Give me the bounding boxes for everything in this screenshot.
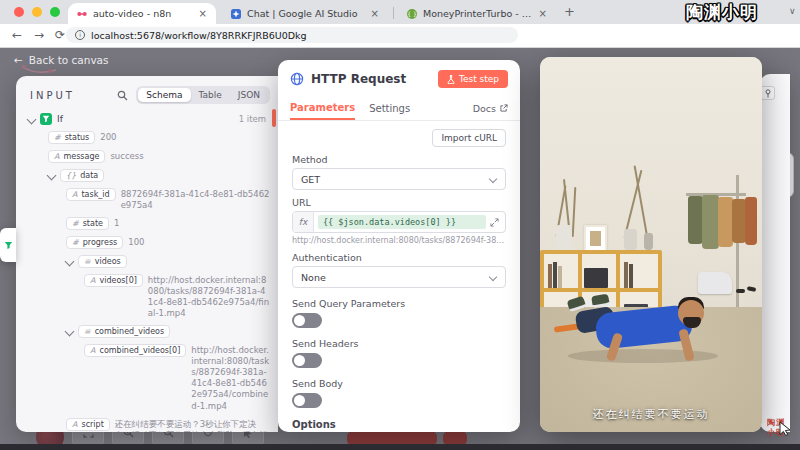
close-tab-icon[interactable]: ×	[199, 8, 207, 19]
tree-row[interactable]: #state 1	[66, 217, 270, 230]
tab-table[interactable]: Table	[191, 88, 230, 102]
tab-search-chevron-icon[interactable]: ∨	[789, 6, 796, 16]
new-tab-button[interactable]: +	[564, 4, 575, 19]
tab-moneyprinter[interactable]: { } MoneyPrinterTurbo - Swagg ×	[398, 3, 556, 24]
flask-icon	[447, 75, 455, 84]
back-to-canvas-link[interactable]: ← Back to canvas	[14, 54, 109, 66]
browser-toolbar: ← → ⟳ i localhost:5678/workflow/8Y8RRKFJ…	[0, 24, 800, 48]
mouse-cursor	[779, 421, 792, 440]
http-request-panel: HTTP Request Test step Parameters Settin…	[278, 60, 520, 432]
fx-icon: fx	[293, 212, 314, 232]
tree-row[interactable]: #progress 100	[66, 236, 270, 249]
node-title: HTTP Request	[311, 72, 406, 86]
options-label: Options	[292, 419, 506, 432]
maximize-window-button[interactable]	[50, 7, 60, 17]
if-node-icon	[40, 113, 52, 125]
item-count: 1 item	[239, 113, 270, 124]
browser-tab-strip: auto-video - n8n × Chat | Google AI Stud…	[0, 0, 800, 24]
tree-row[interactable]: ≡videos	[66, 255, 270, 268]
send-query-toggle[interactable]	[292, 313, 322, 328]
swagger-favicon: { }	[407, 9, 417, 19]
tree-row[interactable]: ≡combined_videos	[66, 325, 270, 338]
method-select[interactable]: GET	[292, 168, 506, 190]
send-query-label: Send Query Parameters	[292, 298, 506, 309]
tree-node-if[interactable]: If 1 item	[28, 113, 270, 125]
send-headers-label: Send Headers	[292, 338, 506, 349]
close-tab-icon[interactable]: ×	[539, 8, 547, 19]
url-expression[interactable]: {{ $json.data.videos[0] }}	[318, 215, 486, 229]
url-label: URL	[292, 197, 506, 208]
send-headers-toggle[interactable]	[292, 353, 322, 368]
tree-row[interactable]: #status 200	[48, 131, 270, 144]
input-panel-title: INPUT	[30, 90, 75, 101]
docs-link[interactable]: Docs	[473, 103, 508, 114]
node-tabs: Parameters Settings Docs	[278, 96, 520, 121]
if-node-side-tab[interactable]	[0, 228, 16, 262]
minimize-window-button[interactable]	[32, 7, 42, 17]
back-icon[interactable]: ←	[12, 28, 22, 42]
tab-ai-studio[interactable]: Chat | Google AI Studio ×	[222, 3, 388, 24]
external-link-icon	[500, 104, 508, 112]
schema-tree: If 1 item #status 200 Amessage success {…	[16, 111, 278, 432]
tab-json[interactable]: JSON	[230, 88, 268, 102]
n8n-favicon	[77, 9, 87, 19]
forward-icon[interactable]: →	[34, 28, 44, 42]
address-bar[interactable]: i localhost:5678/workflow/8Y8RRKFJRB6U0D…	[66, 27, 518, 43]
tree-row[interactable]: {}data	[48, 169, 270, 182]
back-arrow-icon: ←	[14, 54, 23, 66]
reload-icon[interactable]: ⟳	[55, 28, 65, 42]
tab-divider	[393, 7, 394, 19]
globe-icon	[290, 72, 304, 86]
tree-row[interactable]: Ascript 还在纠结要不要运动？3秒让你下定决心！运动不仅帮你甩掉多余脂肪、…	[66, 418, 270, 432]
tab-parameters[interactable]: Parameters	[290, 96, 355, 120]
tree-row[interactable]: Acombined_videos[0] http://host.docker.i…	[84, 344, 270, 411]
tree-row[interactable]: Atask_id 8872694f-381a-41c4-8e81-db5462e…	[66, 188, 270, 211]
close-tab-icon[interactable]: ×	[371, 8, 379, 19]
url-expression-field[interactable]: fx {{ $json.data.videos[0] }}	[292, 211, 506, 233]
tab-title: Chat | Google AI Studio	[247, 8, 365, 19]
channel-watermark: 陶渊小明	[686, 1, 758, 24]
chevron-down-icon[interactable]	[65, 327, 75, 337]
close-window-button[interactable]	[14, 7, 24, 17]
tab-title: MoneyPrinterTurbo - Swagg	[423, 8, 533, 19]
resolved-url-preview: http://host.docker.internal:8080/tasks/8…	[292, 236, 506, 245]
pin-data-icon[interactable]	[760, 86, 775, 100]
video-scene: 还在纠结要不要运动	[540, 57, 762, 432]
video-subtitle: 还在纠结要不要运动	[540, 407, 762, 422]
output-panel-edge	[760, 74, 790, 432]
ai-studio-favicon	[231, 9, 241, 19]
chevron-down-icon[interactable]	[27, 115, 37, 125]
auth-label: Authentication	[292, 252, 506, 263]
player-bottom-bar	[0, 444, 800, 450]
tab-n8n[interactable]: auto-video - n8n ×	[68, 3, 216, 24]
import-curl-button[interactable]: Import cURL	[432, 129, 506, 147]
url-text: localhost:5678/workflow/8Y8RRKFJRB6U0Dkg	[91, 30, 307, 41]
tree-row[interactable]: Avideos[0] http://host.docker.internal:8…	[84, 274, 270, 319]
site-info-icon[interactable]: i	[75, 30, 85, 40]
expand-expression-icon[interactable]	[490, 218, 499, 227]
panel-drag-handle[interactable]	[272, 109, 276, 127]
send-body-label: Send Body	[292, 378, 506, 389]
test-step-button[interactable]: Test step	[438, 70, 508, 88]
tree-row[interactable]: Amessage success	[48, 150, 270, 163]
method-label: Method	[292, 154, 506, 165]
chevron-down-icon[interactable]	[65, 257, 75, 267]
screen: auto-video - n8n × Chat | Google AI Stud…	[0, 0, 800, 450]
tab-title: auto-video - n8n	[93, 8, 193, 19]
tab-schema[interactable]: Schema	[138, 88, 190, 102]
send-body-toggle[interactable]	[292, 393, 322, 408]
tab-settings[interactable]: Settings	[369, 103, 410, 114]
video-preview-overlay[interactable]: 还在纠结要不要运动	[540, 57, 762, 432]
display-mode-switcher: Schema Table JSON	[136, 86, 270, 104]
search-icon[interactable]	[117, 90, 128, 101]
auth-select[interactable]: None	[292, 266, 506, 288]
ndv-input-panel: INPUT Schema Table JSON If 1 item #statu…	[16, 76, 278, 432]
chevron-down-icon[interactable]	[47, 171, 57, 181]
